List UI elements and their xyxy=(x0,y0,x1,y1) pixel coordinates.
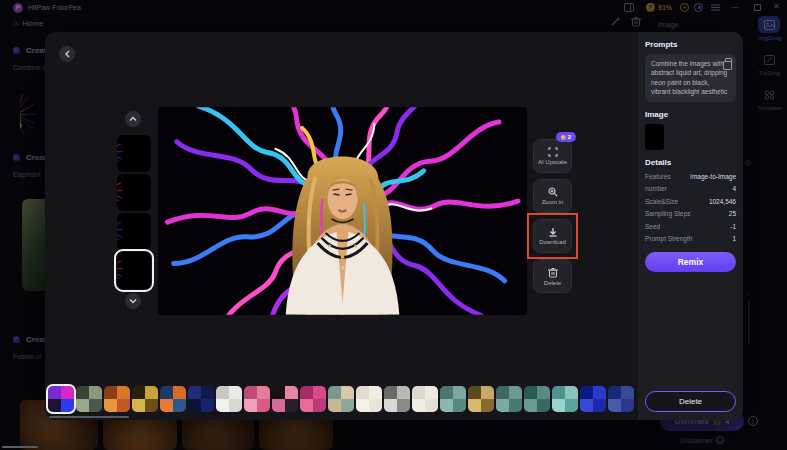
details-heading: Details xyxy=(645,158,736,167)
copy-icon[interactable] xyxy=(725,58,732,65)
remix-button[interactable]: Remix xyxy=(645,252,736,272)
scroll-down-button[interactable] xyxy=(125,293,141,309)
detail-value: 25 xyxy=(729,210,736,217)
filmstrip-thumbnail[interactable] xyxy=(356,386,382,412)
action-label: AI Upscale xyxy=(538,159,567,165)
filmstrip-thumbnail[interactable] xyxy=(160,386,186,412)
filmstrip-thumbnail[interactable] xyxy=(328,386,354,412)
action-label: Zoom in xyxy=(542,199,564,205)
filmstrip-thumbnail[interactable] xyxy=(608,386,634,412)
zoom-in-icon xyxy=(548,187,558,197)
filmstrip-thumbnail[interactable] xyxy=(188,386,214,412)
detail-label: number xyxy=(645,185,667,192)
filmstrip-thumbnail[interactable] xyxy=(300,386,326,412)
detail-row: Sampling Steps25 xyxy=(645,210,736,217)
filmstrip-thumbnail[interactable] xyxy=(216,386,242,412)
variation-thumbnail[interactable] xyxy=(117,252,151,289)
detail-value: 1024,546 xyxy=(709,198,736,205)
source-image-thumbnail[interactable] xyxy=(645,124,664,150)
details-list: FeaturesImage-to-Imagenumber4Scale&Size1… xyxy=(645,173,736,243)
image-heading: Image xyxy=(645,110,736,119)
filmstrip-thumbnail[interactable] xyxy=(552,386,578,412)
filmstrip-thumbnail[interactable] xyxy=(244,386,270,412)
prompt-text: Combine the images with abstract liquid … xyxy=(651,59,730,97)
details-panel: Prompts Combine the images with abstract… xyxy=(638,32,743,420)
detail-label: Sampling Steps xyxy=(645,210,691,217)
filmstrip-thumbnail[interactable] xyxy=(580,386,606,412)
detail-row: FeaturesImage-to-Image xyxy=(645,173,736,180)
detail-value: 4 xyxy=(732,185,736,192)
action-label: Delete xyxy=(544,280,561,286)
detail-row: number4 xyxy=(645,185,736,192)
filmstrip-thumbnail[interactable] xyxy=(524,386,550,412)
image-viewer-modal: 2 AI Upscale Zoom in Download Delete Pro… xyxy=(45,32,743,420)
detail-label: Features xyxy=(645,173,671,180)
download-button[interactable]: Download xyxy=(533,219,572,253)
detail-label: Seed xyxy=(645,223,660,230)
detail-row: Prompt Strength1 xyxy=(645,235,736,242)
variation-thumbnail[interactable] xyxy=(117,213,151,250)
prompts-heading: Prompts xyxy=(645,40,736,49)
detail-value: 1 xyxy=(732,235,736,242)
filmstrip-thumbnail[interactable] xyxy=(440,386,466,412)
badge-count: 2 xyxy=(568,134,571,140)
panel-delete-button[interactable]: Delete xyxy=(645,391,736,412)
coin-icon xyxy=(561,135,566,140)
detail-row: Seed-1 xyxy=(645,223,736,230)
delete-button[interactable]: Delete xyxy=(533,259,572,293)
download-icon xyxy=(548,227,558,237)
filmstrip-thumbnail[interactable] xyxy=(496,386,522,412)
prompt-box[interactable]: Combine the images with abstract liquid … xyxy=(645,54,736,102)
back-button[interactable] xyxy=(59,46,75,62)
trash-icon xyxy=(548,267,558,278)
detail-row: Scale&Size1024,546 xyxy=(645,198,736,205)
app-window: P HitPaw FotorPea P 91% + — ✕ ⌂ Home xyxy=(0,0,787,450)
filmstrip-thumbnail[interactable] xyxy=(76,386,102,412)
filmstrip-thumbnail[interactable] xyxy=(468,386,494,412)
detail-label: Scale&Size xyxy=(645,198,678,205)
filmstrip-thumbnail[interactable] xyxy=(48,386,74,412)
detail-value: Image-to-Image xyxy=(690,173,736,180)
filmstrip-thumbnail[interactable] xyxy=(104,386,130,412)
ai-upscale-button[interactable]: AI Upscale xyxy=(533,139,572,173)
filmstrip-thumbnail[interactable] xyxy=(384,386,410,412)
upscale-icon xyxy=(548,147,558,157)
variation-thumbnail[interactable] xyxy=(117,174,151,211)
zoom-in-button[interactable]: Zoom in xyxy=(533,179,572,213)
main-image[interactable] xyxy=(158,107,527,315)
filmstrip-thumbnail[interactable] xyxy=(132,386,158,412)
filmstrip-thumbnail[interactable] xyxy=(272,386,298,412)
scroll-up-button[interactable] xyxy=(125,111,141,127)
variation-thumbnail[interactable] xyxy=(117,135,151,172)
filmstrip-scrollbar[interactable] xyxy=(49,416,129,418)
filmstrip-thumbnail[interactable] xyxy=(412,386,438,412)
detail-value: -1 xyxy=(730,223,736,230)
detail-label: Prompt Strength xyxy=(645,235,692,242)
history-filmstrip xyxy=(48,386,634,412)
upscale-cost-badge: 2 xyxy=(556,132,576,142)
action-label: Download xyxy=(539,239,566,245)
